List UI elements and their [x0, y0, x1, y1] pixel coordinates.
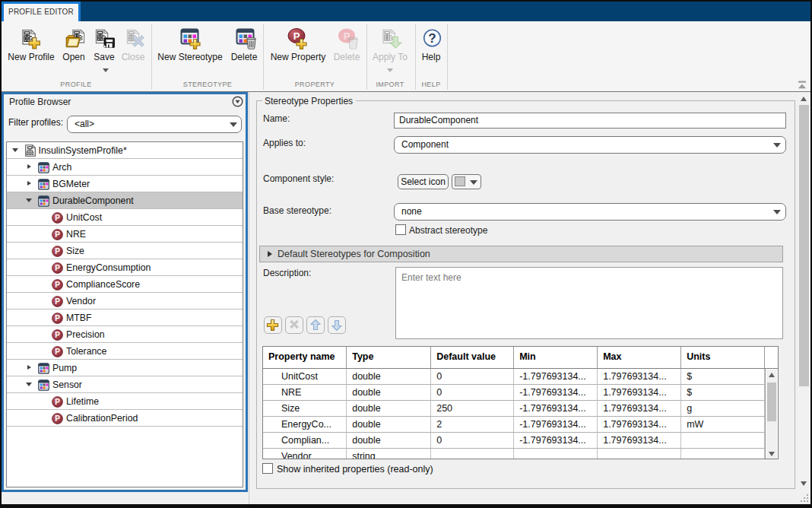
- svg-text:P: P: [293, 30, 300, 42]
- svg-text:?: ?: [428, 31, 436, 46]
